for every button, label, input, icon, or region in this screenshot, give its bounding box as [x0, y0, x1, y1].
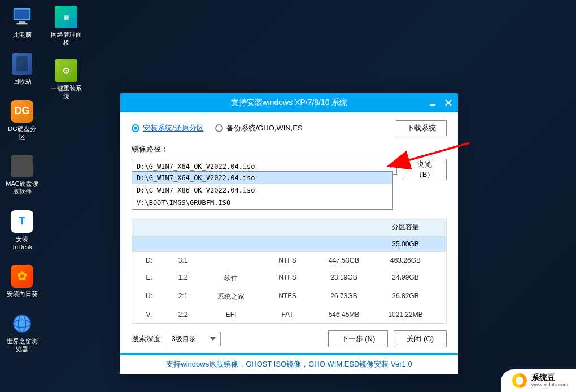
icon-label: DG硬盘分区	[6, 125, 38, 141]
macdisk-icon	[11, 155, 33, 177]
install-dialog: 支持安装windows XP/7/8/10 系统 安装系统/还原分区 备份系统/…	[120, 93, 458, 374]
depth-value: 3级目录	[172, 334, 196, 344]
cell-vol: 软件	[200, 273, 262, 283]
desktop-icon-network[interactable]: ▦ 网络管理面板	[50, 6, 82, 47]
monitor-icon	[11, 6, 33, 28]
search-depth-label: 搜索深度	[132, 334, 161, 344]
icon-label: 回收站	[13, 77, 32, 85]
desktop-icon-todesk[interactable]: T 安装ToDesk	[6, 210, 38, 251]
cell-fs: FAT	[262, 311, 313, 319]
desktop-icon-sunflower[interactable]: 安装向日葵	[6, 265, 38, 298]
cell-cap: 26.82GB	[375, 292, 446, 302]
cell-idx: 3:1	[166, 256, 200, 264]
icon-label: 安装向日葵	[7, 290, 38, 298]
desktop-icon-dg[interactable]: DG DG硬盘分区	[6, 100, 38, 141]
cell-used: 447.53GB	[313, 256, 375, 264]
watermark-logo-icon	[512, 373, 527, 388]
partition-table: 分区容量 35.00GB D: 3:1 NTFS 447.53GB 463.26…	[132, 219, 447, 324]
browse-button[interactable]: 浏览（B）	[403, 159, 447, 180]
globe-icon	[11, 312, 33, 335]
todesk-icon: T	[11, 210, 33, 233]
icon-label: 此电脑	[13, 31, 32, 38]
cell-idx: 1:2	[166, 273, 200, 283]
col-partition-capacity: 分区容量	[375, 223, 446, 232]
table-row[interactable]: E: 1:2 软件 NTFS 23.19GB 24.99GB	[132, 269, 446, 288]
dropdown-item[interactable]: D:\G_WIN7_X64_OK_V2022.04.iso	[132, 172, 392, 184]
minimize-button[interactable]	[427, 98, 438, 108]
icon-label: MAC硬盘读取软件	[6, 180, 38, 196]
cell-cap: 463.26GB	[375, 256, 446, 264]
dropdown-item[interactable]: D:\G_WIN7_X86_OK_V2022.04.iso	[132, 184, 392, 197]
close-dialog-button[interactable]: 关闭 (C)	[394, 330, 447, 347]
table-row[interactable]: D: 3:1 NTFS 447.53GB 463.26GB	[132, 252, 446, 269]
cell-drive: E:	[132, 273, 166, 283]
titlebar[interactable]: 支持安装windows XP/7/8/10 系统	[120, 93, 458, 112]
cell-fs: NTFS	[262, 256, 313, 264]
table-row[interactable]: V: 2:2 EFI FAT 546.45MB 1021.22MB	[132, 306, 446, 323]
svg-rect-3	[17, 23, 28, 24]
radio-install-label: 安装系统/还原分区	[143, 123, 204, 133]
cell-fs: NTFS	[262, 292, 313, 302]
icon-label: 世界之窗浏览器	[6, 337, 38, 354]
combo-value: D:\G_WIN7_X64_OK_V2022.04.iso	[137, 163, 255, 171]
cell-fs: NTFS	[262, 273, 313, 283]
reinstall-icon: ⚙	[55, 59, 77, 82]
next-button[interactable]: 下一步 (N)	[328, 330, 389, 347]
svg-rect-2	[19, 21, 25, 23]
download-system-button[interactable]: 下载系统	[396, 120, 447, 136]
desktop-icon-thispc[interactable]: 此电脑	[6, 6, 38, 38]
table-header: 分区容量	[132, 219, 446, 236]
cell-vol: 系统之家	[200, 292, 262, 302]
icon-label: 安装ToDesk	[6, 235, 38, 251]
watermark: 系统豆 www.xtdptc.com	[501, 369, 576, 392]
chevron-down-icon	[388, 165, 394, 169]
diskgenius-icon: DG	[11, 100, 33, 123]
cell-vol	[200, 256, 262, 264]
radio-install[interactable]: 安装系统/还原分区	[132, 123, 204, 133]
desktop-icon-recycle[interactable]: 回收站	[6, 53, 38, 85]
cell-used: 26.73GB	[313, 292, 375, 302]
cell-drive: U:	[132, 292, 166, 302]
dropdown-item[interactable]: V:\BOOT\IMGS\GRUBFM.ISO	[132, 197, 392, 209]
icon-label: 网络管理面板	[50, 31, 82, 47]
cell-cap: 35.00GB	[375, 240, 446, 248]
cell-used: 546.45MB	[313, 311, 375, 319]
svg-rect-1	[15, 10, 30, 19]
desktop-icon-browser[interactable]: 世界之窗浏览器	[6, 312, 38, 354]
table-row-selected[interactable]: 35.00GB	[132, 236, 446, 252]
cell-idx: 2:1	[166, 292, 200, 302]
icon-label: 一键重装系统	[50, 84, 82, 101]
cell-cap: 1021.22MB	[375, 311, 446, 319]
image-path-label: 镜像路径：	[132, 144, 447, 154]
image-path-dropdown: D:\G_WIN7_X64_OK_V2022.04.iso D:\G_WIN7_…	[132, 171, 393, 210]
desktop-icon-mac[interactable]: MAC硬盘读取软件	[6, 155, 38, 196]
desktop-icon-reinstall[interactable]: ⚙ 一键重装系统	[50, 59, 82, 101]
radio-icon	[215, 124, 223, 132]
cell-drive: D:	[132, 256, 166, 264]
svg-rect-8	[430, 104, 435, 106]
cell-idx: 2:2	[166, 311, 200, 319]
radio-backup[interactable]: 备份系统/GHO,WIN,ES	[215, 123, 303, 133]
watermark-main: 系统豆	[531, 373, 568, 382]
watermark-sub: www.xtdptc.com	[531, 382, 568, 388]
radio-backup-label: 备份系统/GHO,WIN,ES	[226, 123, 303, 133]
network-icon: ▦	[55, 6, 77, 28]
cell-drive: V:	[132, 311, 166, 319]
cell-used: 23.19GB	[313, 273, 375, 283]
recyclebin-icon	[11, 53, 33, 75]
search-depth-select[interactable]: 3级目录	[167, 332, 221, 346]
close-button[interactable]	[443, 98, 453, 108]
sunflower-icon	[11, 265, 33, 288]
window-title: 支持安装windows XP/7/8/10 系统	[231, 98, 348, 108]
cell-cap: 24.99GB	[375, 273, 446, 283]
radio-icon	[132, 124, 139, 132]
footer-text: 支持windows原版镜像，GHOST ISO镜像，GHO,WIM,ESD镜像安…	[120, 353, 458, 374]
desktop-icons: 此电脑 回收站 DG DG硬盘分区 MAC硬盘读取软件 T 安装ToDesk 安…	[6, 6, 38, 353]
cell-vol: EFI	[200, 311, 262, 319]
table-row[interactable]: U: 2:1 系统之家 NTFS 26.73GB 26.82GB	[132, 288, 446, 306]
dialog-body: 安装系统/还原分区 备份系统/GHO,WIN,ES 下载系统 镜像路径： D:\…	[120, 112, 458, 353]
